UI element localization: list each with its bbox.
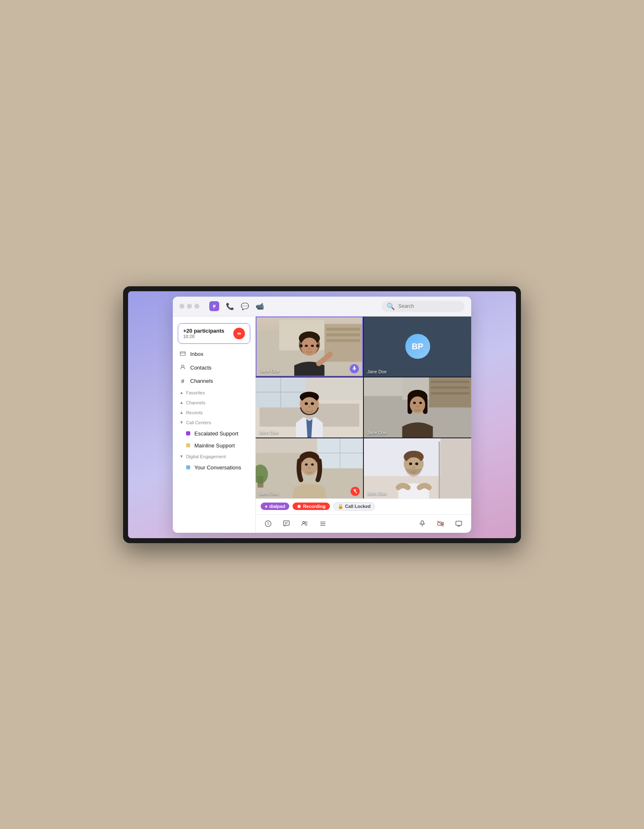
sidebar-item-contacts[interactable]: Contacts — [173, 361, 255, 375]
svg-rect-60 — [364, 438, 441, 476]
mainline-support-label: Mainline Support — [194, 442, 235, 449]
sidebar-item-your-conversations[interactable]: Your Conversations — [173, 462, 255, 474]
recording-icon: ⏺ — [297, 504, 301, 509]
video-cell-1: Jane Doe — [256, 317, 363, 377]
video-nav-icon[interactable]: 📹 — [256, 302, 264, 310]
video-grid: Jane Doe BP Jane Doe — [256, 317, 471, 498]
toolbar-left — [262, 518, 329, 529]
video-button[interactable] — [435, 518, 446, 529]
video-label-2: Jane Doe — [367, 369, 387, 374]
info-button[interactable] — [262, 518, 274, 529]
video-label-4: Jane Doe — [367, 430, 387, 435]
maximize-control[interactable] — [194, 304, 199, 309]
svg-point-43 — [413, 401, 416, 404]
sidebar-section-digital-engagement[interactable]: ▼ Digital Engagement — [173, 452, 255, 462]
channels-label: Channels — [190, 378, 213, 384]
mic-muted-indicator-5 — [351, 487, 360, 496]
call-centers-label: Call Centers — [186, 420, 211, 425]
status-bar: ● dialpad ⏺ Recording 🔒 Call Locked — [256, 498, 471, 514]
video-label-1: Jane Doe — [260, 368, 279, 373]
svg-point-16 — [305, 344, 308, 346]
inbox-icon — [179, 350, 186, 358]
svg-rect-71 — [283, 521, 289, 525]
sidebar-item-escalated-support[interactable]: Escalated Support — [173, 428, 255, 440]
svg-rect-18 — [353, 366, 355, 369]
svg-point-66 — [409, 462, 412, 465]
end-call-button[interactable] — [233, 328, 245, 339]
minimize-control[interactable] — [187, 304, 192, 309]
svg-point-29 — [305, 402, 307, 405]
svg-line-82 — [438, 521, 443, 527]
channels-icon: # — [179, 378, 186, 384]
mainline-support-dot — [186, 443, 190, 447]
digital-engagement-arrow-icon: ▼ — [179, 454, 184, 459]
person-video-4 — [364, 377, 471, 437]
sidebar-item-channels[interactable]: # Channels — [173, 375, 255, 388]
locked-label: Call Locked — [345, 504, 371, 509]
close-control[interactable] — [179, 304, 184, 309]
svg-rect-61 — [441, 438, 471, 498]
sidebar-section-recents[interactable]: ▲ Recents — [173, 408, 255, 418]
svg-point-55 — [305, 463, 307, 466]
sidebar-section-call-centers[interactable]: ▼ Call Centers — [173, 418, 255, 428]
search-input[interactable] — [398, 303, 460, 309]
person-video-5 — [256, 438, 363, 498]
video-label-5: Jane Doe — [259, 491, 278, 496]
mic-active-indicator-1 — [350, 364, 359, 373]
settings-button[interactable] — [317, 518, 329, 529]
lock-icon: 🔒 — [338, 504, 344, 509]
person-video-6 — [364, 438, 471, 498]
sidebar-section-channels[interactable]: ▲ Channels — [173, 398, 255, 408]
recents-label: Recents — [186, 410, 203, 415]
locked-badge[interactable]: 🔒 Call Locked — [333, 502, 375, 511]
participants-count: +20 participants — [183, 328, 224, 334]
svg-point-74 — [303, 521, 305, 523]
person-video-1 — [257, 317, 362, 376]
title-bar-icons: 📞 💬 📹 — [209, 301, 264, 311]
svg-point-13 — [301, 337, 317, 355]
search-icon: 🔍 — [387, 302, 395, 310]
dialpad-badge-label: dialpad — [269, 504, 286, 509]
recents-arrow-icon: ▲ — [179, 410, 184, 415]
recording-badge[interactable]: ⏺ Recording — [293, 503, 329, 510]
recording-label: Recording — [303, 504, 325, 509]
avatar-bp: BP — [405, 334, 430, 359]
person-video-3 — [256, 377, 363, 437]
call-banner[interactable]: +20 participants 10:28 — [178, 323, 250, 344]
bottom-toolbar — [256, 514, 471, 533]
window-controls — [179, 304, 199, 309]
phone-icon[interactable]: 📞 — [226, 302, 234, 310]
video-label-3: John Doe — [259, 430, 278, 435]
screen-share-button[interactable] — [453, 518, 465, 529]
dialpad-logo — [209, 301, 219, 311]
svg-rect-2 — [180, 352, 185, 355]
sidebar-item-inbox[interactable]: Inbox — [173, 347, 255, 361]
sidebar-section-favorites[interactable]: ▲ Favorites — [173, 388, 255, 398]
svg-rect-62 — [438, 441, 440, 498]
main-content: +20 participants 10:28 — [173, 317, 471, 533]
chat-nav-icon[interactable]: 💬 — [241, 302, 249, 310]
people-button[interactable] — [299, 518, 310, 529]
svg-rect-37 — [431, 392, 470, 394]
title-bar: 📞 💬 📹 🔍 — [173, 297, 471, 317]
channels-arrow-icon: ▲ — [179, 400, 184, 405]
call-centers-arrow-icon: ▼ — [179, 420, 184, 425]
escalated-support-dot — [186, 431, 190, 435]
your-conversations-dot — [186, 465, 190, 469]
search-bar[interactable]: 🔍 — [382, 301, 465, 312]
video-cell-2: BP Jane Doe — [364, 317, 471, 377]
svg-point-30 — [311, 402, 314, 405]
svg-rect-10 — [326, 339, 360, 342]
mute-button[interactable] — [416, 518, 428, 529]
svg-rect-35 — [431, 380, 470, 383]
svg-point-17 — [311, 344, 314, 346]
screen-background: 📞 💬 📹 🔍 — [128, 291, 516, 538]
chat-button[interactable] — [281, 518, 292, 529]
dialpad-badge[interactable]: ● dialpad — [261, 503, 289, 510]
svg-point-67 — [415, 462, 418, 465]
sidebar-item-mainline-support[interactable]: Mainline Support — [173, 440, 255, 452]
call-timer: 10:28 — [183, 334, 224, 339]
call-banner-text: +20 participants 10:28 — [183, 328, 224, 339]
dialpad-badge-icon: ● — [265, 504, 268, 509]
svg-rect-8 — [326, 327, 360, 330]
